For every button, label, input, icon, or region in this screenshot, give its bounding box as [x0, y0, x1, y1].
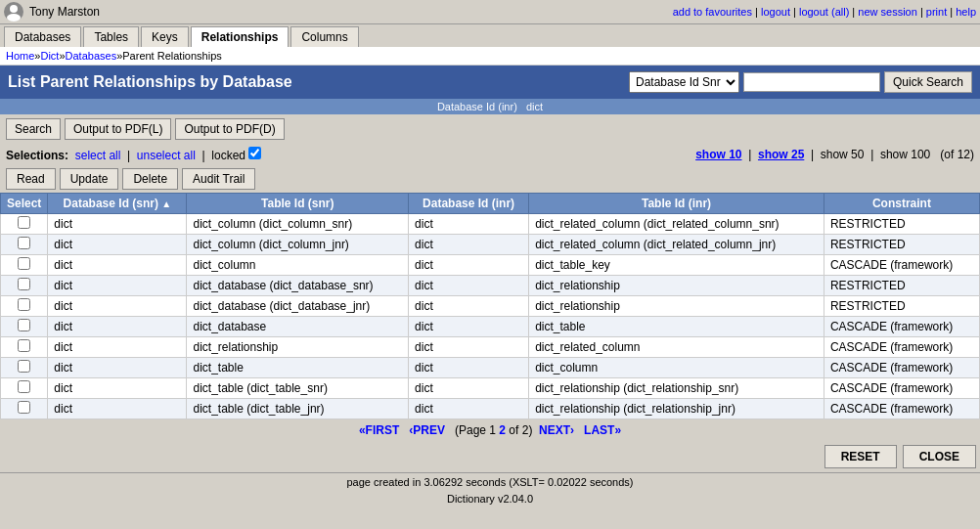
show-10-link[interactable]: show 10	[695, 148, 741, 161]
row-checkbox[interactable]	[18, 401, 30, 414]
update-button[interactable]: Update	[60, 168, 119, 190]
row-checkbox-cell	[1, 296, 48, 317]
cell-table-snr: dict_table (dict_table_snr)	[187, 378, 409, 399]
search-input[interactable]	[743, 72, 880, 92]
tab-relationships[interactable]: Relationships	[191, 26, 290, 47]
col-header-db-inr[interactable]: Database Id (inr)	[409, 194, 529, 214]
tab-tables[interactable]: Tables	[83, 26, 139, 47]
breadcrumb-databases[interactable]: Databases	[66, 50, 117, 62]
reset-button[interactable]: RESET	[824, 445, 897, 468]
print-link[interactable]: print	[926, 6, 947, 18]
audit-trail-button[interactable]: Audit Trail	[182, 168, 255, 190]
sort-constraint-link[interactable]: Constraint	[872, 197, 931, 210]
row-checkbox-cell	[1, 255, 48, 276]
close-button[interactable]: CLOSE	[903, 445, 976, 468]
row-checkbox[interactable]	[18, 380, 30, 393]
row-checkbox[interactable]	[18, 216, 30, 229]
cell-db-inr: dict	[409, 296, 529, 317]
cell-db-snr: dict	[48, 317, 187, 337]
selections-right: show 10 | show 25 | show 50 | show 100 (…	[695, 148, 974, 161]
row-checkbox[interactable]	[18, 278, 30, 290]
count-text: (of 12)	[940, 148, 974, 161]
cell-constraint: CASCADE (framework)	[824, 399, 979, 419]
row-checkbox[interactable]	[18, 298, 30, 311]
prev-page-link[interactable]: ‹PREV	[409, 423, 445, 437]
table-row: dictdict_relationshipdictdict_related_co…	[1, 337, 980, 358]
search-area: Database Id Snr Database Id Jnr Quick Se…	[629, 71, 972, 93]
col-header-constraint[interactable]: Constraint	[824, 194, 979, 214]
cell-constraint: RESTRICTED	[824, 214, 979, 235]
quick-search-button[interactable]: Quick Search	[884, 71, 972, 93]
table-row: dictdict_table (dict_table_jnr)dictdict_…	[1, 399, 980, 419]
breadcrumb: Home»Dict»Databases»Parent Relationships	[0, 47, 980, 66]
row-checkbox[interactable]	[18, 319, 30, 331]
row-checkbox[interactable]	[18, 257, 30, 270]
cell-table-snr: dict_table	[187, 358, 409, 378]
cell-table-inr: dict_related_column (dict_related_column…	[529, 214, 824, 235]
logout-all-link[interactable]: logout (all)	[799, 6, 849, 18]
user-info: Tony Marston	[4, 2, 100, 22]
cell-db-inr: dict	[409, 317, 529, 337]
cell-table-inr: dict_related_column (dict_related_column…	[529, 235, 824, 255]
first-page-link[interactable]: «FIRST	[359, 423, 399, 437]
db-id-bar: Database Id (inr) dict	[0, 99, 980, 114]
cell-constraint: CASCADE (framework)	[824, 337, 979, 358]
show-50-text: show 50	[821, 148, 865, 161]
sort-table-snr-link[interactable]: Table Id (snr)	[261, 197, 334, 210]
help-link[interactable]: help	[956, 6, 976, 18]
cell-constraint: CASCADE (framework)	[824, 358, 979, 378]
row-checkbox-cell	[1, 378, 48, 399]
sort-db-snr-link[interactable]: Database Id (snr) ▲	[64, 197, 172, 210]
output-pdf-l-button[interactable]: Output to PDF(L)	[65, 118, 171, 140]
output-pdf-d-button[interactable]: Output to PDF(D)	[175, 118, 284, 140]
sort-table-inr-link[interactable]: Table Id (inr)	[642, 197, 711, 210]
cell-table-snr: dict_database	[187, 317, 409, 337]
breadcrumb-home[interactable]: Home	[6, 50, 34, 62]
next-page-link[interactable]: NEXT›	[539, 423, 574, 437]
row-checkbox[interactable]	[18, 360, 30, 373]
search-field-select[interactable]: Database Id Snr Database Id Jnr	[629, 71, 739, 93]
row-checkbox-cell	[1, 337, 48, 358]
sort-arrow-icon: ▲	[161, 198, 171, 209]
select-all-link[interactable]: select all	[75, 149, 121, 162]
cell-db-snr: dict	[48, 337, 187, 358]
cell-db-snr: dict	[48, 214, 187, 235]
show-25-link[interactable]: show 25	[758, 148, 804, 161]
top-bar: Tony Marston add to favourites | logout …	[0, 0, 980, 24]
cell-constraint: CASCADE (framework)	[824, 255, 979, 276]
cell-constraint: CASCADE (framework)	[824, 317, 979, 337]
row-checkbox-cell	[1, 214, 48, 235]
cell-db-snr: dict	[48, 378, 187, 399]
cell-db-snr: dict	[48, 255, 187, 276]
cell-table-inr: dict_relationship	[529, 276, 824, 296]
col-header-table-inr[interactable]: Table Id (inr)	[529, 194, 824, 214]
row-checkbox-cell	[1, 235, 48, 255]
db-id-value: dict	[526, 101, 543, 112]
tab-keys[interactable]: Keys	[141, 26, 189, 47]
breadcrumb-dict[interactable]: Dict	[40, 50, 59, 62]
row-checkbox[interactable]	[18, 339, 30, 352]
cell-table-snr: dict_relationship	[187, 337, 409, 358]
col-header-db-snr[interactable]: Database Id (snr) ▲	[48, 194, 187, 214]
last-page-link[interactable]: LAST»	[584, 423, 621, 437]
cell-table-inr: dict_column	[529, 358, 824, 378]
add-to-favourites-link[interactable]: add to favourites	[673, 6, 752, 18]
sort-db-inr-link[interactable]: Database Id (inr)	[423, 197, 514, 210]
page-title: List Parent Relationships by Database	[8, 73, 292, 91]
locked-checkbox[interactable]	[248, 147, 261, 159]
selections-bar: Selections: select all | unselect all | …	[0, 144, 980, 165]
tab-columns[interactable]: Columns	[290, 26, 358, 47]
logout-link[interactable]: logout	[761, 6, 790, 18]
cell-table-inr: dict_relationship (dict_relationship_snr…	[529, 378, 824, 399]
username: Tony Marston	[29, 5, 100, 19]
search-button[interactable]: Search	[6, 118, 61, 140]
read-button[interactable]: Read	[6, 168, 56, 190]
tab-databases[interactable]: Databases	[4, 26, 81, 47]
new-session-link[interactable]: new session	[858, 6, 917, 18]
row-checkbox[interactable]	[18, 237, 30, 249]
cell-table-inr: dict_relationship (dict_relationship_jnr…	[529, 399, 824, 419]
delete-button[interactable]: Delete	[122, 168, 178, 190]
unselect-all-link[interactable]: unselect all	[137, 149, 196, 162]
col-header-table-snr[interactable]: Table Id (snr)	[187, 194, 409, 214]
breadcrumb-current: Parent Relationships	[122, 50, 222, 62]
